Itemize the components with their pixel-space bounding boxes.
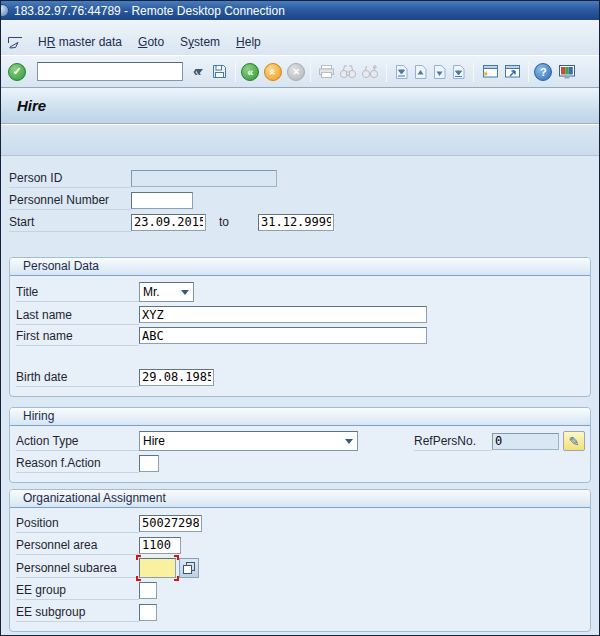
system-menu-icon[interactable] (7, 36, 24, 50)
personnel-number-row: Personnel Number (9, 189, 591, 211)
help-button[interactable]: ? (534, 63, 552, 81)
pencil-icon: ✎ (569, 434, 580, 449)
person-id-row: Person ID (9, 167, 591, 189)
position-label: Position (16, 513, 139, 533)
create-shortcut-button[interactable] (503, 64, 521, 79)
search-help-button[interactable] (179, 558, 199, 578)
org-assignment-header: Organizational Assignment (10, 490, 590, 508)
next-page-icon (432, 64, 447, 80)
command-input[interactable] (38, 63, 195, 80)
toolbar-separator (473, 62, 474, 82)
ee-subgroup-field[interactable] (139, 604, 157, 621)
menu-hr-master-data[interactable]: HR master data (30, 33, 130, 51)
ref-pers-no-cluster: RefPersNo. ✎ (414, 430, 585, 452)
toolbar-separator (528, 62, 529, 82)
focus-corner (136, 555, 141, 560)
focus-corner (174, 555, 179, 560)
personal-data-header: Personal Data (10, 258, 590, 276)
reason-label: Reason f.Action (16, 453, 139, 473)
first-name-label: First name (16, 326, 139, 346)
birth-date-label: Birth date (16, 367, 139, 387)
first-name-field[interactable] (139, 327, 427, 344)
ee-group-label: EE group (16, 580, 139, 600)
org-assignment-group: Organizational Assignment Position Perso… (9, 489, 591, 632)
printer-icon (318, 64, 335, 79)
collapse-command-icon[interactable]: « (193, 62, 201, 79)
enter-button[interactable]: ✓ (8, 63, 26, 81)
find-button (339, 64, 357, 79)
standard-toolbar: ✓ « « « ✕ (1, 56, 599, 88)
toolbar-separator (386, 62, 387, 82)
position-row: Position (16, 512, 582, 534)
action-type-label: Action Type (16, 431, 139, 451)
last-page-icon (451, 64, 466, 80)
new-session-button[interactable] (481, 64, 499, 79)
hiring-header: Hiring (10, 408, 590, 426)
back-button[interactable]: « (241, 63, 259, 81)
rdp-window: 183.82.97.76:44789 - Remote Desktop Conn… (0, 0, 600, 636)
exit-button[interactable]: « (264, 63, 282, 81)
to-label: to (219, 215, 245, 229)
matchcode-icon (183, 562, 195, 574)
personnel-area-field[interactable] (139, 537, 181, 554)
action-type-row: Action Type Hire RefPersNo. ✎ (16, 430, 582, 452)
previous-page-button[interactable] (413, 64, 428, 80)
ee-group-field[interactable] (139, 582, 157, 599)
cancel-button[interactable]: ✕ (287, 63, 305, 81)
start-label: Start (9, 212, 131, 232)
personnel-area-label: Personnel area (16, 535, 139, 555)
title-value: Mr. (143, 285, 160, 299)
first-page-button[interactable] (394, 64, 409, 80)
chevron-down-icon (181, 290, 189, 295)
personnel-number-field[interactable] (131, 192, 193, 209)
position-field[interactable] (139, 515, 202, 532)
person-id-field (131, 170, 277, 187)
cancel-icon: ✕ (293, 67, 301, 77)
first-page-icon (394, 64, 409, 80)
rdp-app-icon (0, 4, 9, 17)
print-button (318, 64, 335, 79)
start-date-field[interactable] (131, 214, 206, 231)
ee-group-row: EE group (16, 579, 582, 601)
personnel-subarea-row: Personnel subarea (16, 556, 582, 579)
window-title: 183.82.97.76:44789 - Remote Desktop Conn… (14, 4, 285, 18)
menu-system[interactable]: System (172, 33, 228, 51)
first-name-row: First name (16, 325, 582, 346)
reason-row: Reason f.Action (16, 452, 582, 474)
birth-date-row: Birth date (16, 366, 582, 388)
personnel-number-label: Personnel Number (9, 190, 131, 210)
start-date-row: Start to (9, 211, 591, 233)
reason-field[interactable] (139, 455, 159, 472)
birth-date-field[interactable] (139, 369, 214, 386)
last-name-field[interactable] (139, 306, 427, 323)
ee-subgroup-row: EE subgroup (16, 601, 582, 623)
personnel-subarea-label: Personnel subarea (16, 558, 139, 578)
monitor-icon (558, 64, 576, 80)
last-page-button[interactable] (451, 64, 466, 80)
save-button[interactable] (211, 63, 228, 80)
ee-subgroup-label: EE subgroup (16, 602, 139, 622)
page-title: Hire (17, 97, 46, 114)
next-page-button[interactable] (432, 64, 447, 80)
new-session-icon (481, 64, 499, 79)
chevron-down-icon (345, 439, 353, 444)
personnel-area-row: Personnel area (16, 534, 582, 556)
title-dropdown[interactable]: Mr. (139, 282, 194, 302)
toolbar-separator (310, 62, 311, 82)
check-icon: ✓ (12, 65, 21, 78)
floppy-disk-icon (211, 63, 228, 80)
screen-content: Person ID Personnel Number Start to Pers… (1, 156, 599, 635)
hiring-group: Hiring Action Type Hire RefPersNo. ✎ Rea (9, 407, 591, 483)
exit-icon: « (267, 68, 279, 74)
action-type-dropdown[interactable]: Hire (139, 431, 358, 451)
menu-goto[interactable]: Goto (130, 33, 172, 51)
edit-button[interactable]: ✎ (563, 431, 585, 451)
menu-help[interactable]: Help (228, 33, 269, 51)
create-shortcut-icon (503, 64, 521, 79)
person-id-label: Person ID (9, 168, 131, 188)
customize-layout-button[interactable] (558, 64, 576, 80)
last-name-row: Last name (16, 304, 582, 325)
end-date-field[interactable] (258, 214, 334, 231)
focused-field-wrap (139, 558, 176, 578)
personnel-subarea-field[interactable] (139, 558, 176, 578)
